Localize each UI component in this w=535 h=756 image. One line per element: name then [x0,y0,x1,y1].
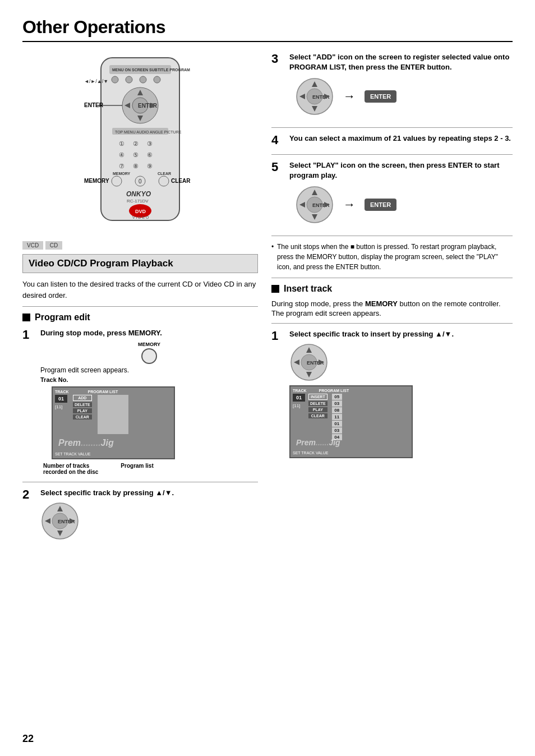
svg-text:MEMORY: MEMORY [113,172,131,176]
step2-nav-diagram: ENTER [40,501,258,541]
square-icon-2 [271,285,279,293]
insert-clear-btn: CLEAR [308,413,328,418]
bullet-note: The unit stops when the ■ button is pres… [271,242,513,272]
cd-badge: CD [45,241,62,250]
insert-delete-btn: DELETE [308,401,328,406]
rule-2 [22,482,258,482]
page-number: 22 [22,733,34,745]
svg-text:MENU  ON SCREEN  SUBTITLE  PRO: MENU ON SCREEN SUBTITLE PROGRAM [112,68,190,72]
step5-label: Select "PLAY" icon on the screen, then p… [289,160,513,181]
rule-insert [271,278,513,278]
insert-play-btn: PLAY [308,407,328,412]
program-list-area [98,395,128,434]
insert-track-11: [11] [293,403,305,408]
delete-btn: DELETE [73,402,92,407]
svg-text:⑨: ⑨ [147,163,153,169]
track-11: [11] [55,404,67,409]
program-edit-title: Program edit [22,312,258,322]
svg-text:CLEAR: CLEAR [158,172,171,176]
set-track-label: SET TRACK VALUE [55,452,90,456]
svg-text:①: ① [119,140,124,147]
step1-label: During stop mode, press MEMORY. [40,328,258,338]
screen-italic: Prem........Jig [58,438,114,448]
add-btn: ADD [73,395,92,401]
nav-cross-insert-svg: ENTER [289,343,329,382]
insert-track-col: TRACK [293,389,307,393]
svg-text:RC-171DV: RC-171DV [127,199,149,204]
insert-step-1: 1 Select specific track to insert by pre… [271,329,513,462]
insert-desc2: The program edit screen appears. [271,309,513,317]
step-1: 1 During stop mode, press MEMORY. MEMORY… [22,328,258,475]
svg-text:◄/►/▲/▼: ◄/►/▲/▼ [84,79,108,84]
svg-text:V I D E O: V I D E O [132,215,149,219]
svg-text:⑧: ⑧ [133,163,139,169]
step1-sub: Program edit screen appears. [40,366,258,374]
svg-point-25 [112,176,122,186]
right-step-3: 3 Select "ADD" icon on the screen to reg… [271,52,513,128]
svg-point-6 [154,76,160,83]
svg-text:③: ③ [147,140,153,147]
remote-illustration: MENU ON SCREEN SUBTITLE PROGRAM ENTER TO… [62,52,219,232]
step-2: 2 Select specific track by pressing ▲/▼.… [22,488,258,544]
nav-cross-step5-svg: ENTER [295,185,334,224]
track-no-label: Track No. [40,376,258,383]
svg-text:④: ④ [119,151,124,158]
svg-text:ONKYO: ONKYO [126,190,151,198]
enter-button-diagram: ENTER [365,90,396,103]
step3-nav-diagram: ENTER → ENTER [295,77,513,116]
clear-btn-screen: CLEAR [73,414,92,420]
nav-cross-svg: ENTER [40,501,80,541]
svg-point-29 [159,176,169,186]
svg-text:0: 0 [139,178,142,185]
svg-text:MEMORY: MEMORY [84,178,109,184]
svg-point-5 [140,76,146,83]
arrow-right-icon: → [343,89,356,104]
step5-nav-diagram: ENTER → ENTER [295,185,513,224]
num-tracks-label: Number of tracksrecorded on the disc [43,463,98,475]
right-column: 3 Select "ADD" icon on the screen to reg… [271,52,513,551]
insert-track-title: Insert track [271,284,513,294]
insert-screen-italic: Prem......Jig [296,438,340,447]
track-value: 01 [55,395,67,403]
step2-label: Select specific track by pressing ▲/▼. [40,488,258,498]
svg-text:⑤: ⑤ [133,151,139,158]
nav-cross-small-svg: ENTER [295,77,334,116]
svg-text:DVD: DVD [135,209,146,214]
insert-step1-label: Select specific track to insert by press… [289,329,513,339]
svg-text:⑥: ⑥ [147,151,153,158]
insert-list: 05 03 08 11 01 03 04 [332,394,342,440]
step4-label: You can select a maximum of 21 values by… [289,133,513,144]
memory-icon: MEMORY [40,342,258,364]
right-step-5: 5 Select "PLAY" icon on the screen, then… [271,160,513,236]
svg-text:CLEAR: CLEAR [171,178,191,184]
arrow-right-step5-icon: → [343,197,356,212]
screen-labels: Number of tracksrecorded on the disc Pro… [43,463,258,475]
play-btn-screen: PLAY [73,408,92,413]
prog-list-col-label: PROGRAM LIST [88,390,118,394]
page-title: Other Operations [22,17,513,38]
enter-button-step5: ENTER [365,199,396,211]
insert-prog-col: PROGRAM LIST [319,389,349,393]
svg-text:⑦: ⑦ [119,163,124,169]
insert-btn: INSERT [308,394,328,400]
insert-desc1: During stop mode, press the MEMORY butto… [271,299,513,308]
insert-nav-diagram: ENTER [289,343,513,382]
right-step-4: 4 You can select a maximum of 21 values … [271,133,513,154]
program-edit-screen: TRACK PROGRAM LIST 01 [11] ADD DELETE [52,386,175,459]
svg-point-3 [112,76,118,83]
insert-track-value: 01 [293,394,305,402]
svg-text:②: ② [133,140,139,147]
vcd-badges: VCD CD [22,241,258,252]
section-description: You can listen to the desired tracks of … [22,279,258,301]
insert-set-track-label: SET TRACK VALUE [293,451,328,455]
rule-1 [22,306,258,307]
title-divider [22,41,513,42]
section-title: Video CD/CD Program Playback [22,254,258,273]
svg-text:TOP MENU  AUDIO  ANGLE  PICTUR: TOP MENU AUDIO ANGLE PICTURE [115,130,182,134]
program-list-label: Program list [121,463,153,475]
vcd-badge: VCD [22,241,43,250]
left-column: MENU ON SCREEN SUBTITLE PROGRAM ENTER TO… [22,52,258,551]
square-icon [22,314,30,321]
insert-screen: TRACK PROGRAM LIST 01 [11] INSERT DELETE [289,385,413,458]
step3-label: Select "ADD" icon on the screen to regis… [289,52,513,72]
